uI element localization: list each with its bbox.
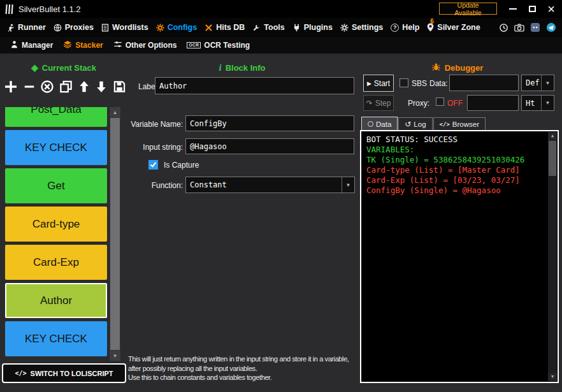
app-window: SilverBullet 1.1.2 Update Available × Ru… bbox=[0, 0, 562, 392]
debugger-header: Debugger bbox=[360, 62, 554, 73]
plugins-plug-icon bbox=[292, 24, 301, 32]
submenu-ocr-testing[interactable]: OCR OCR Testing bbox=[182, 37, 255, 54]
stack-block-label: KEY CHECK bbox=[25, 333, 87, 345]
label-input[interactable] bbox=[155, 77, 354, 94]
tab-browser[interactable]: </> Browser bbox=[433, 117, 486, 131]
menu-help[interactable]: ? Help bbox=[387, 18, 423, 37]
hits-db-icon bbox=[205, 24, 213, 32]
menu-tools[interactable]: Tools bbox=[249, 18, 288, 37]
menu-label: Settings bbox=[352, 23, 383, 32]
menu-plugins[interactable]: Plugins bbox=[289, 18, 336, 37]
menu-runner[interactable]: Runner bbox=[3, 18, 50, 37]
chevron-down-icon: ▼ bbox=[541, 96, 554, 110]
telegram-icon[interactable] bbox=[546, 22, 556, 33]
minimize-button[interactable] bbox=[503, 0, 522, 18]
menu-settings[interactable]: Settings bbox=[336, 18, 387, 37]
stack-block[interactable]: KEY CHECK bbox=[5, 130, 107, 165]
console-line: TK (Single) = 5386258439251030426 bbox=[366, 155, 545, 165]
start-button[interactable]: ▶ Start bbox=[363, 75, 394, 92]
stack-block[interactable]: Post_Data bbox=[5, 107, 107, 127]
proxy-type-value: Ht bbox=[522, 99, 541, 108]
menu-label: Tools bbox=[264, 23, 284, 32]
history-icon[interactable] bbox=[499, 23, 508, 33]
window-controls: × bbox=[503, 0, 561, 18]
move-up-icon[interactable] bbox=[78, 80, 90, 94]
variable-name-input[interactable] bbox=[185, 115, 354, 131]
switch-to-loliscript-button[interactable]: </> SWITCH TO LOLISCRIPT bbox=[2, 363, 126, 383]
block-description: This will just return anything written i… bbox=[128, 354, 359, 382]
function-dropdown[interactable]: Constant ▼ bbox=[185, 177, 355, 193]
camera-icon[interactable] bbox=[514, 24, 524, 32]
proxy-input[interactable] bbox=[467, 95, 519, 111]
submenu-label: Manager bbox=[22, 41, 53, 50]
input-string-input[interactable] bbox=[185, 138, 354, 154]
silver-zone-badge: 6 bbox=[430, 18, 434, 25]
proxy-status[interactable]: OFF bbox=[447, 99, 463, 108]
data-input[interactable] bbox=[449, 75, 519, 91]
stack-block[interactable]: Get bbox=[5, 168, 107, 203]
is-capture-checkbox[interactable] bbox=[148, 160, 158, 170]
save-stack-icon[interactable] bbox=[113, 80, 126, 94]
scroll-down-icon[interactable]: ▼ bbox=[110, 351, 120, 361]
wordlists-icon bbox=[101, 24, 109, 32]
scroll-down-icon[interactable]: ▼ bbox=[548, 373, 557, 381]
wordlist-type-dropdown[interactable]: Def ▼ bbox=[521, 75, 554, 91]
stack-block[interactable]: KEY CHECK bbox=[5, 321, 107, 356]
proxy-checkbox[interactable] bbox=[436, 98, 444, 106]
maximize-button[interactable] bbox=[522, 0, 542, 18]
remove-block-icon[interactable] bbox=[23, 80, 36, 94]
menu-hits-db[interactable]: Hits DB bbox=[201, 18, 249, 37]
stack-block-selected[interactable]: Author bbox=[5, 283, 107, 318]
tab-log[interactable]: ↺ Log bbox=[398, 117, 432, 131]
sbs-checkbox[interactable] bbox=[400, 78, 408, 87]
proxy-type-dropdown[interactable]: Ht ▼ bbox=[521, 95, 554, 111]
tab-data[interactable]: Data bbox=[361, 117, 398, 131]
add-block-icon[interactable] bbox=[4, 80, 18, 94]
console-scrollbar[interactable]: ▲ ▼ bbox=[548, 132, 557, 381]
debugger-console: BOT STATUS: SUCCESS VARIABLES: TK (Singl… bbox=[360, 130, 559, 383]
update-available-button[interactable]: Update Available bbox=[439, 3, 497, 15]
submenu-label: OCR Testing bbox=[204, 41, 250, 50]
browser-tab-icon: </> bbox=[440, 121, 450, 127]
check-icon bbox=[150, 161, 157, 167]
menu-proxies[interactable]: Proxies bbox=[50, 18, 97, 37]
proxy-label: Proxy: bbox=[408, 99, 429, 108]
move-down-icon[interactable] bbox=[95, 80, 108, 94]
menu-label: Help bbox=[402, 23, 419, 32]
menu-silver-zone[interactable]: 6 Silver Zone bbox=[423, 18, 484, 37]
stack-scrollbar[interactable]: ▲ ▼ bbox=[110, 107, 120, 361]
block-info-header: i Block Info bbox=[131, 62, 354, 73]
console-line: Card-type (List) = [Master Card] bbox=[366, 165, 545, 175]
titlebar: SilverBullet 1.1.2 Update Available × bbox=[0, 0, 562, 18]
scroll-up-icon[interactable]: ▲ bbox=[548, 132, 557, 140]
tab-label: Log bbox=[414, 120, 426, 128]
menu-wordlists[interactable]: Wordlists bbox=[97, 18, 152, 37]
discord-icon[interactable] bbox=[530, 22, 540, 33]
menu-label: Configs bbox=[168, 23, 198, 32]
menu-label: Wordlists bbox=[112, 23, 148, 32]
stack-block[interactable]: Card-type bbox=[5, 207, 107, 242]
debugger-title: Debugger bbox=[445, 63, 484, 73]
submenu-manager[interactable]: Manager bbox=[5, 37, 58, 54]
data-tab-icon bbox=[368, 121, 373, 127]
menu-configs[interactable]: Configs bbox=[152, 18, 201, 37]
console-line: VARIABLES: bbox=[366, 145, 545, 155]
step-button[interactable]: ↷ Step bbox=[363, 95, 394, 111]
info-icon: i bbox=[219, 62, 221, 73]
stack-scrollbar-thumb[interactable] bbox=[110, 118, 120, 350]
stack-list: Post_Data KEY CHECK Get Card-type Card-E… bbox=[0, 107, 109, 361]
step-icon: ↷ bbox=[366, 99, 373, 108]
clone-block-icon[interactable] bbox=[59, 80, 73, 94]
console-scrollbar-thumb[interactable] bbox=[549, 141, 556, 176]
input-string-label: Input string: bbox=[124, 143, 183, 152]
disable-block-icon[interactable] bbox=[40, 80, 54, 94]
step-button-label: Step bbox=[375, 99, 391, 108]
log-tab-icon: ↺ bbox=[405, 120, 411, 129]
scroll-up-icon[interactable]: ▲ bbox=[110, 107, 120, 117]
close-button[interactable]: × bbox=[542, 0, 561, 18]
submenu-other-options[interactable]: Other Options bbox=[108, 37, 182, 54]
data-label: Data: bbox=[429, 79, 448, 88]
submenu-stacker[interactable]: Stacker bbox=[58, 37, 108, 54]
manager-icon bbox=[10, 40, 18, 50]
stack-block[interactable]: Card-Exp bbox=[5, 245, 107, 280]
